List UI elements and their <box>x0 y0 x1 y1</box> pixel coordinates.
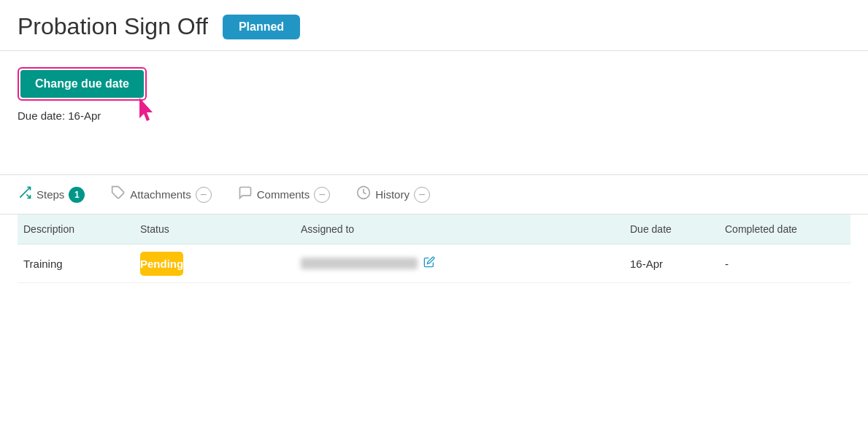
col-assigned: Assigned to <box>295 223 624 235</box>
history-minus: − <box>414 187 430 203</box>
assigned-name-blurred <box>301 258 418 269</box>
tag-icon <box>111 185 126 204</box>
page-title: Probation Sign Off <box>18 13 208 40</box>
row-status: Pending <box>134 258 295 270</box>
page-header: Probation Sign Off Planned <box>0 0 868 51</box>
change-due-date-button[interactable]: Change due date <box>20 70 144 98</box>
due-date-label: Due date: 16-Apr <box>18 109 850 122</box>
edit-assigned-icon[interactable] <box>423 256 435 271</box>
col-description: Description <box>18 223 134 235</box>
tab-history[interactable]: History − <box>343 175 443 215</box>
col-due-date: Due date <box>624 223 719 235</box>
action-area: Change due date Due date: 16-Apr <box>0 51 868 175</box>
shuffle-icon <box>18 185 32 204</box>
assigned-blur-row <box>301 256 618 271</box>
tab-comments-label: Comments <box>257 188 310 201</box>
steps-table: Description Status Assigned to Due date … <box>0 215 868 283</box>
tab-history-label: History <box>375 188 410 201</box>
steps-badge: 1 <box>69 187 85 203</box>
tabs-bar: Steps 1 Attachments − Comments − <box>0 175 868 215</box>
col-status: Status <box>134 223 295 235</box>
chat-icon <box>238 185 253 204</box>
tab-steps-label: Steps <box>37 188 64 201</box>
pending-badge: Pending <box>140 252 183 276</box>
row-description: Training <box>18 258 134 270</box>
clock-icon <box>356 185 371 204</box>
table-row: Training Pending 16-Apr - <box>18 244 850 283</box>
row-assigned <box>295 256 624 271</box>
tab-attachments[interactable]: Attachments − <box>98 175 224 215</box>
row-completed-date: - <box>719 258 850 270</box>
tab-attachments-label: Attachments <box>130 188 191 201</box>
tab-comments[interactable]: Comments − <box>225 175 344 215</box>
change-due-date-wrapper: Change due date <box>18 67 147 101</box>
table-header: Description Status Assigned to Due date … <box>18 215 850 244</box>
col-completed: Completed date <box>719 223 850 235</box>
row-due-date: 16-Apr <box>624 258 719 270</box>
tab-steps[interactable]: Steps 1 <box>18 175 98 215</box>
attachments-minus: − <box>196 187 212 203</box>
comments-minus: − <box>314 187 330 203</box>
status-badge: Planned <box>223 15 300 39</box>
